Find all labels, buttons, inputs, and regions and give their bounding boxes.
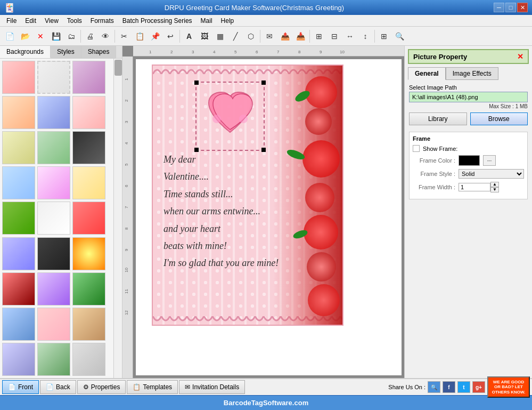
cut-button[interactable]: ✂	[117, 29, 132, 44]
thumb-item[interactable]	[72, 343, 105, 376]
minimize-button[interactable]: ─	[494, 3, 504, 12]
frame-style-select[interactable]: Solid Dashed Dotted Double	[459, 169, 524, 179]
thumb-item[interactable]	[37, 237, 70, 270]
menu-batch[interactable]: Batch Processing Series	[118, 15, 197, 26]
flip-h-button[interactable]: ↔	[342, 29, 357, 44]
library-button[interactable]: Library	[409, 112, 467, 125]
email-button[interactable]: ✉	[262, 29, 277, 44]
thumb-item[interactable]	[2, 96, 35, 129]
tab-properties[interactable]: ⚙ Properties	[77, 380, 126, 394]
facebook-button[interactable]: f	[443, 381, 455, 393]
handle-tr[interactable]	[261, 81, 266, 85]
menu-tools[interactable]: Tools	[63, 15, 86, 26]
panel-scrollbar[interactable]	[113, 59, 122, 378]
handle-tl[interactable]	[194, 81, 199, 85]
image-placeholder[interactable]	[195, 82, 265, 151]
social-button-3[interactable]: g+	[472, 381, 485, 393]
search-icon-btn[interactable]: 🔍	[428, 381, 440, 393]
thumb-item[interactable]	[2, 202, 35, 235]
align-center-button[interactable]: ⊟	[327, 29, 342, 44]
thumb-item[interactable]	[37, 272, 70, 306]
svg-text:5: 5	[124, 163, 129, 166]
image-button[interactable]: 🖼	[197, 29, 212, 44]
frame-color-dots-button[interactable]: ···	[483, 155, 496, 166]
thumb-item[interactable]	[37, 308, 70, 341]
thumb-item[interactable]	[72, 166, 105, 199]
tab-shapes[interactable]: Shapes	[81, 46, 117, 58]
tab-styles[interactable]: Styles	[51, 46, 81, 58]
new-button[interactable]: 📄	[2, 29, 17, 44]
restore-button[interactable]: □	[505, 3, 516, 12]
spin-down-button[interactable]: ▼	[490, 187, 499, 192]
card-canvas[interactable]: My dear Valentine.... Time stands still.…	[136, 59, 402, 375]
back-tab-icon: 📄	[46, 383, 54, 391]
show-frame-checkbox[interactable]	[413, 145, 420, 152]
thumb-item[interactable]	[2, 61, 35, 94]
thumb-item[interactable]	[72, 272, 105, 306]
thumb-item[interactable]	[37, 61, 70, 94]
close-doc-button[interactable]: ✕	[33, 29, 48, 44]
frame-style-label: Frame Style :	[413, 171, 455, 177]
barcode-button[interactable]: ▦	[212, 29, 227, 44]
thumb-item[interactable]	[37, 343, 70, 376]
menu-mail[interactable]: Mail	[197, 15, 217, 26]
thumb-item[interactable]	[37, 96, 70, 129]
import-button[interactable]: 📥	[293, 29, 308, 44]
thumb-item[interactable]	[2, 166, 35, 199]
spin-up-button[interactable]: ▲	[490, 182, 499, 187]
thumb-item[interactable]	[2, 131, 35, 164]
thumb-item[interactable]	[2, 308, 35, 341]
twitter-button[interactable]: t	[457, 381, 470, 393]
thumb-item[interactable]	[72, 131, 105, 164]
frame-width-spinner: ▲ ▼	[459, 182, 499, 192]
line-button[interactable]: ╱	[228, 29, 243, 44]
frame-width-input[interactable]	[459, 183, 490, 191]
text-button[interactable]: A	[182, 29, 197, 44]
frame-color-picker[interactable]	[459, 155, 480, 166]
tab-front[interactable]: 📄 Front	[2, 380, 39, 394]
menu-formats[interactable]: Formats	[86, 15, 118, 26]
thumb-item[interactable]	[37, 202, 70, 235]
thumb-item[interactable]	[72, 96, 105, 129]
thumb-item[interactable]	[72, 202, 105, 235]
tab-general[interactable]: General	[408, 67, 446, 80]
tab-templates[interactable]: 📋 Templates	[127, 380, 178, 394]
thumb-item[interactable]	[37, 166, 70, 199]
open-button[interactable]: 📂	[18, 29, 32, 44]
menu-edit[interactable]: Edit	[21, 15, 40, 26]
grid-button[interactable]: ⊞	[377, 29, 391, 44]
menu-help[interactable]: Help	[217, 15, 239, 26]
greeting-card[interactable]: My dear Valentine.... Time stands still.…	[152, 65, 343, 326]
menu-file[interactable]: File	[2, 15, 21, 26]
zoom-button[interactable]: 🔍	[392, 29, 407, 44]
thumb-item[interactable]	[72, 308, 105, 341]
flip-v-button[interactable]: ↕	[358, 29, 373, 44]
shape-button[interactable]: ⬡	[243, 29, 258, 44]
copy-button[interactable]: 📋	[132, 29, 147, 44]
canvas-area[interactable]: 1 2 3 4 5 6 7 8 9 10 1 2 3 4 5 6 7	[122, 46, 404, 378]
thumb-item[interactable]	[37, 131, 70, 164]
menu-view[interactable]: View	[40, 15, 63, 26]
print-preview-button[interactable]: 👁	[98, 29, 113, 44]
tab-invitation[interactable]: ✉ Invitation Details	[179, 380, 245, 394]
thumb-item[interactable]	[72, 237, 105, 270]
property-close-button[interactable]: ✕	[517, 52, 523, 61]
undo-button[interactable]: ↩	[163, 29, 178, 44]
thumb-item[interactable]	[2, 343, 35, 376]
align-left-button[interactable]: ⊞	[312, 29, 326, 44]
browse-button[interactable]: Browse	[470, 112, 528, 125]
export-button[interactable]: 📤	[277, 29, 292, 44]
thumb-item[interactable]	[2, 237, 35, 270]
tab-back[interactable]: 📄 Back	[40, 380, 76, 394]
image-path-input[interactable]	[409, 92, 528, 102]
paste-button[interactable]: 📌	[148, 29, 162, 44]
tab-backgrounds[interactable]: Backgrounds	[0, 46, 51, 58]
save-button[interactable]: 💾	[48, 29, 63, 44]
print-button[interactable]: 🖨	[83, 29, 97, 44]
rate-button[interactable]: WE ARE GOOD OR BAD? LET OTHERS KNOW.	[487, 376, 530, 398]
save-all-button[interactable]: 🗂	[64, 29, 79, 44]
tab-image-effects[interactable]: Image Effects	[446, 67, 498, 80]
thumb-item[interactable]	[2, 272, 35, 306]
close-button[interactable]: ✕	[517, 3, 528, 12]
thumb-item[interactable]	[72, 61, 105, 94]
